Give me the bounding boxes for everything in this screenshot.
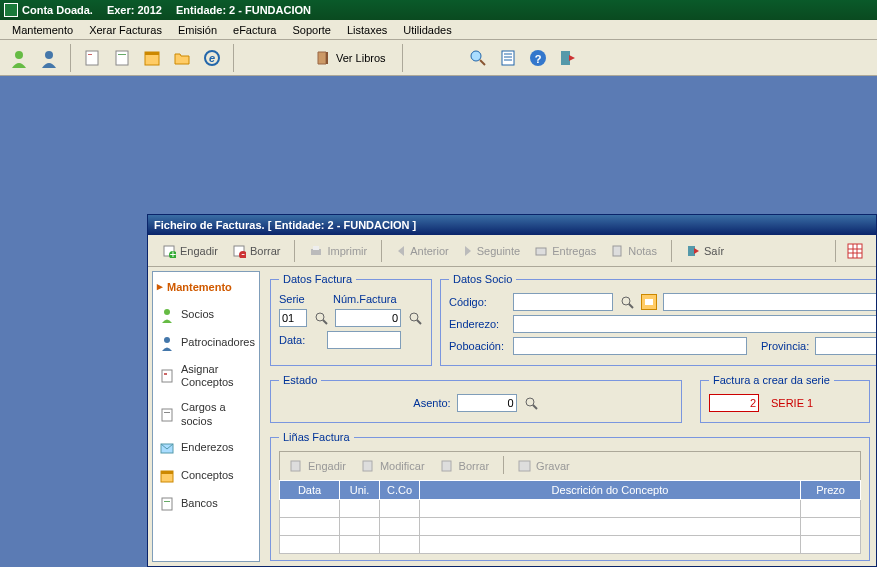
fs-estado: Estado Asento: bbox=[270, 374, 682, 423]
svg-rect-45 bbox=[162, 498, 172, 510]
tb-person-blue-icon[interactable] bbox=[36, 45, 62, 71]
svg-point-11 bbox=[471, 51, 481, 61]
serie-lookup-icon[interactable] bbox=[313, 310, 329, 326]
table-row[interactable] bbox=[280, 500, 861, 518]
nav-socios[interactable]: Socios bbox=[157, 301, 255, 329]
asento-lookup-icon[interactable] bbox=[523, 395, 539, 411]
col-desc[interactable]: Descrición do Concepto bbox=[420, 481, 801, 500]
ct-engadir[interactable]: +Engadir bbox=[156, 239, 224, 263]
codigo-card-icon[interactable] bbox=[641, 294, 657, 310]
data-input[interactable] bbox=[327, 331, 401, 349]
ct-imprimir[interactable]: Imprimir bbox=[303, 239, 373, 263]
bank-icon bbox=[159, 496, 175, 512]
lf-gravar[interactable]: Gravar bbox=[512, 456, 576, 476]
estado-legend: Estado bbox=[279, 374, 321, 386]
data-label: Data: bbox=[279, 334, 321, 346]
leftnav: ▸Mantemento Socios Patrocinadores Asigna… bbox=[152, 271, 260, 562]
menu-soporte[interactable]: Soporte bbox=[284, 22, 339, 38]
table-row[interactable] bbox=[280, 518, 861, 536]
doc-cargo-icon bbox=[159, 407, 175, 423]
provincia-input[interactable] bbox=[815, 337, 876, 355]
enderezo-input[interactable] bbox=[513, 315, 876, 333]
codigo-label: Código: bbox=[449, 296, 507, 308]
menubar: Mantemento Xerar Facturas Emisión eFactu… bbox=[0, 20, 877, 40]
calendar-icon bbox=[159, 468, 175, 484]
nav-bancos[interactable]: Bancos bbox=[157, 490, 255, 518]
ct-entregas[interactable]: Entregas bbox=[528, 239, 602, 263]
numfact-input[interactable] bbox=[335, 309, 401, 327]
svg-point-49 bbox=[410, 313, 418, 321]
svg-rect-2 bbox=[86, 51, 98, 65]
tb-doc1-icon[interactable] bbox=[79, 45, 105, 71]
svg-rect-3 bbox=[88, 54, 92, 55]
menu-mantemento[interactable]: Mantemento bbox=[4, 22, 81, 38]
ct-borrar[interactable]: -Borrar bbox=[226, 239, 287, 263]
title-app: Conta Doada. bbox=[22, 4, 93, 16]
mdi-area: Ficheiro de Facturas. [ Entidade: 2 - FU… bbox=[0, 76, 877, 567]
svg-rect-46 bbox=[164, 501, 170, 502]
table-row[interactable] bbox=[280, 536, 861, 554]
provincia-label: Provincia: bbox=[761, 340, 809, 352]
nav-enderezos[interactable]: Enderezos bbox=[157, 434, 255, 462]
svg-rect-53 bbox=[645, 299, 653, 305]
tb-internet-icon[interactable]: e bbox=[199, 45, 225, 71]
menu-emision[interactable]: Emisión bbox=[170, 22, 225, 38]
poboacion-input[interactable] bbox=[513, 337, 747, 355]
tb-exit-icon[interactable] bbox=[555, 45, 581, 71]
svg-point-1 bbox=[45, 51, 53, 59]
asento-input[interactable] bbox=[457, 394, 517, 412]
nav-conceptos[interactable]: Conceptos bbox=[157, 462, 255, 490]
menu-utilidades[interactable]: Utilidades bbox=[395, 22, 459, 38]
nav-patrocinadores[interactable]: Patrocinadores bbox=[157, 329, 255, 357]
tb-doc2-icon[interactable] bbox=[109, 45, 135, 71]
tb-list-icon[interactable] bbox=[495, 45, 521, 71]
tb-calendar-icon[interactable] bbox=[139, 45, 165, 71]
ct-seguinte[interactable]: Seguinte bbox=[457, 239, 526, 263]
svg-rect-30 bbox=[688, 246, 695, 256]
ct-notas[interactable]: Notas bbox=[604, 239, 663, 263]
col-data[interactable]: Data bbox=[280, 481, 340, 500]
numfact-label: Núm.Factura bbox=[333, 293, 397, 305]
serie-input[interactable] bbox=[279, 309, 307, 327]
tb-person-green-icon[interactable] bbox=[6, 45, 32, 71]
linas-legend: Liñas Factura bbox=[279, 431, 354, 443]
svg-rect-7 bbox=[145, 52, 159, 55]
tb-folder-icon[interactable] bbox=[169, 45, 195, 71]
svg-point-54 bbox=[526, 398, 534, 406]
menu-listaxes[interactable]: Listaxes bbox=[339, 22, 395, 38]
svg-rect-27 bbox=[313, 246, 319, 250]
col-prezo[interactable]: Prezo bbox=[801, 481, 861, 500]
nome-input[interactable] bbox=[663, 293, 876, 311]
lf-borrar[interactable]: Borrar bbox=[435, 456, 496, 476]
svg-line-50 bbox=[417, 320, 421, 324]
ct-sair[interactable]: Saír bbox=[680, 239, 730, 263]
codigo-lookup-icon[interactable] bbox=[619, 294, 635, 310]
ct-grid-icon[interactable] bbox=[842, 238, 868, 264]
title-entidade: Entidade: 2 - FUNDACION bbox=[176, 4, 311, 16]
ver-libros-label: Ver Libros bbox=[336, 52, 386, 64]
svg-rect-41 bbox=[164, 412, 170, 413]
crear-input[interactable] bbox=[709, 394, 759, 412]
svg-rect-59 bbox=[519, 461, 530, 471]
ct-anterior[interactable]: Anterior bbox=[390, 239, 455, 263]
numfact-lookup-icon[interactable] bbox=[407, 310, 423, 326]
nav-cargos[interactable]: Cargos a socios bbox=[157, 395, 255, 433]
tb-ver-libros[interactable]: Ver Libros bbox=[306, 45, 394, 71]
linas-grid[interactable]: Data Uni. C.Co Descrición do Concepto Pr… bbox=[279, 480, 861, 554]
menu-xerar-facturas[interactable]: Xerar Facturas bbox=[81, 22, 170, 38]
main-toolbar: e Ver Libros ? bbox=[0, 40, 877, 76]
lf-engadir[interactable]: Engadir bbox=[284, 456, 352, 476]
col-uni[interactable]: Uni. bbox=[340, 481, 380, 500]
lf-modificar[interactable]: Modificar bbox=[356, 456, 431, 476]
tb-search-icon[interactable] bbox=[465, 45, 491, 71]
fs-datos-factura: Datos Factura Serie Núm.Factura D bbox=[270, 273, 432, 366]
svg-rect-39 bbox=[164, 373, 167, 375]
nav-asignar[interactable]: Asignar Conceptos bbox=[157, 357, 255, 395]
form-area: Datos Factura Serie Núm.Factura D bbox=[264, 267, 876, 566]
poboacion-label: Poboación: bbox=[449, 340, 507, 352]
codigo-input[interactable] bbox=[513, 293, 613, 311]
tb-help-icon[interactable]: ? bbox=[525, 45, 551, 71]
col-cco[interactable]: C.Co bbox=[380, 481, 420, 500]
datos-socio-legend: Datos Socio bbox=[449, 273, 516, 285]
menu-efactura[interactable]: eFactura bbox=[225, 22, 284, 38]
